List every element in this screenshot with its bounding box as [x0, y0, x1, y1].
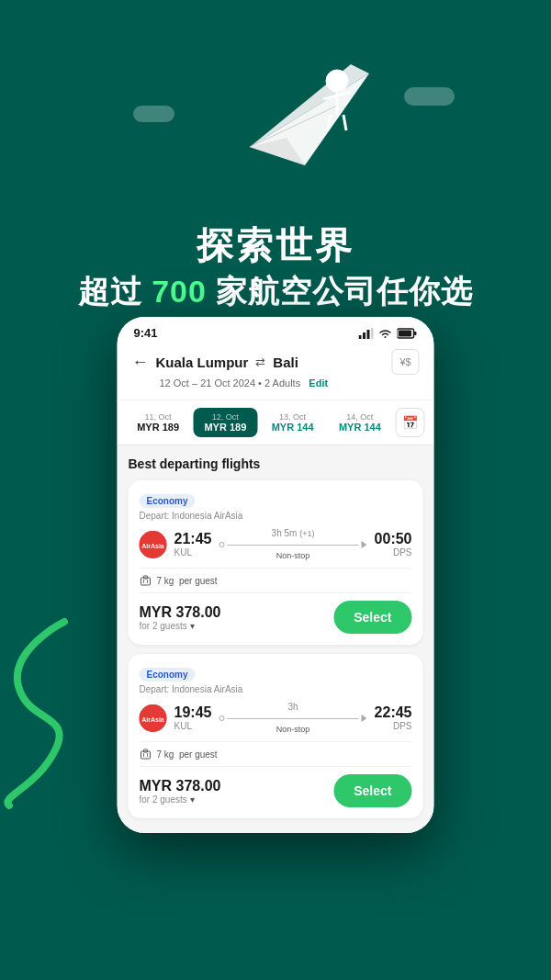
flight-card-0: Economy Depart: Indonesia AirAsia AirAsi…	[129, 480, 423, 645]
wifi-icon	[378, 328, 393, 339]
flight-card-1: Economy Depart: Indonesia AirAsia AirAsi…	[129, 654, 423, 818]
baggage-icon	[140, 574, 152, 587]
route-header: ← Kuala Lumpur ⇄ Bali ¥$ 12 Oct – 21 Oct…	[118, 344, 434, 400]
route-swap-icon: ⇄	[255, 355, 265, 369]
flight-0-arr: 00:50 DPS	[375, 531, 412, 558]
route-from: Kuala Lumpur	[156, 355, 249, 370]
flight-1-price-row: MYR 378.00 for 2 guests ▾ Select	[140, 774, 412, 807]
phone-mockup: 9:41 ← Kua	[118, 317, 434, 833]
route-details: 12 Oct – 21 Oct 2024 • 2 Adults Edit	[132, 377, 420, 389]
svg-text:AirAsia: AirAsia	[141, 716, 164, 723]
headline-highlight: 700	[152, 274, 207, 309]
cloud-left-decoration	[133, 106, 174, 122]
date-tabs-row: 11, Oct MYR 189 12, Oct MYR 189 13, Oct …	[118, 400, 434, 445]
flight-1-middle: 3h Non-stop	[219, 702, 366, 734]
paper-plane-illustration	[195, 18, 397, 184]
flight-1-dep: 19:45 KUL	[174, 704, 212, 731]
route-details-text: 12 Oct – 21 Oct 2024 • 2 Adults	[160, 377, 301, 389]
battery-icon	[398, 328, 418, 339]
flight-1-select-button[interactable]: Select	[333, 774, 411, 807]
flight-0-price-block: MYR 378.00 for 2 guests ▾	[140, 604, 221, 631]
flights-section: Best departing flights Economy Depart: I…	[118, 445, 434, 833]
calendar-button[interactable]: 📅	[396, 408, 425, 437]
date-tab-3[interactable]: 14, Oct MYR 144	[328, 408, 391, 437]
headline-pre: 超过	[78, 274, 152, 309]
svg-rect-14	[414, 332, 417, 335]
status-bar: 9:41	[118, 317, 434, 344]
svg-rect-9	[359, 335, 362, 339]
status-time: 9:41	[134, 326, 158, 340]
svg-rect-12	[371, 328, 374, 339]
date-tab-1[interactable]: 12, Oct MYR 189	[194, 408, 257, 437]
svg-rect-10	[363, 332, 365, 339]
flight-1-price-block: MYR 378.00 for 2 guests ▾	[140, 778, 221, 805]
svg-rect-15	[399, 330, 411, 336]
flight-1-times: AirAsia 19:45 KUL 3h Non-stop	[140, 702, 412, 734]
status-icons	[359, 328, 418, 339]
headline-section: 探索世界 超过 700 家航空公司任你选	[0, 220, 551, 313]
flight-0-logo: AirAsia	[140, 531, 167, 558]
route-to: Bali	[273, 355, 384, 370]
flight-1-badge: Economy	[140, 668, 196, 681]
flight-0-dep: 21:45 KUL	[174, 531, 212, 558]
swirl-decoration	[0, 613, 83, 815]
headline-line2: 超过 700 家航空公司任你选	[18, 271, 533, 313]
svg-line-8	[343, 115, 346, 130]
svg-rect-11	[367, 330, 370, 339]
flight-1-airline: Depart: Indonesia AirAsia	[140, 684, 412, 694]
headline-line1: 探索世界	[18, 220, 533, 271]
date-tab-0[interactable]: 11, Oct MYR 189	[127, 408, 190, 437]
svg-point-4	[326, 70, 348, 92]
edit-link[interactable]: Edit	[309, 377, 328, 389]
headline-post: 家航空公司任你选	[207, 274, 473, 309]
cloud-right-decoration	[404, 87, 455, 106]
flight-1-logo: AirAsia	[140, 704, 167, 732]
flight-0-airline: Depart: Indonesia AirAsia	[140, 511, 412, 521]
flight-0-middle: 3h 5m (+1) Non-stop	[219, 528, 366, 560]
baggage-icon-2	[140, 748, 152, 760]
signal-icon	[359, 328, 374, 339]
flight-0-price-row: MYR 378.00 for 2 guests ▾ Select	[140, 601, 412, 634]
flight-0-badge: Economy	[140, 494, 196, 508]
flight-1-baggage: 7 kg per guest	[140, 741, 412, 767]
svg-text:AirAsia: AirAsia	[141, 543, 164, 549]
flight-0-times: AirAsia 21:45 KUL 3h 5m (+1) Non-stop	[140, 528, 412, 560]
flight-1-arr: 22:45 DPS	[375, 704, 412, 731]
section-title: Best departing flights	[129, 456, 423, 471]
flight-0-baggage: 7 kg per guest	[140, 568, 412, 593]
date-tab-2[interactable]: 13, Oct MYR 144	[261, 408, 324, 437]
flight-0-select-button[interactable]: Select	[333, 601, 411, 634]
back-arrow-icon[interactable]: ←	[132, 353, 149, 372]
currency-switch-icon[interactable]: ¥$	[392, 349, 420, 375]
